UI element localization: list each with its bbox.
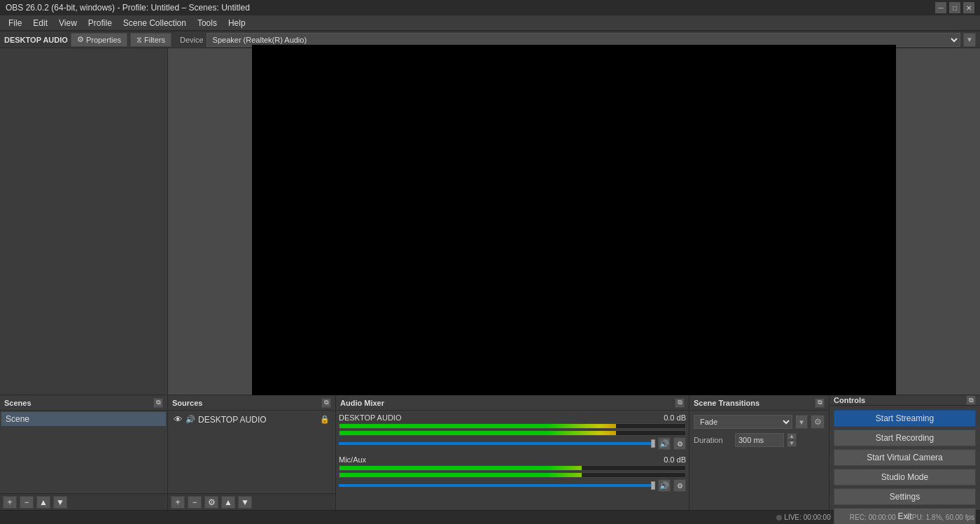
scene-transitions-header: Scene Transitions ⧉ (690, 395, 829, 411)
device-select-arrow[interactable]: ▼ (963, 33, 976, 47)
content-area (0, 48, 980, 395)
scenes-maximize-btn[interactable]: ⧉ (153, 398, 163, 408)
desktop-audio-mute-btn[interactable]: 🔊 (658, 437, 671, 450)
transition-type-row: Fade ▼ ⚙ (694, 415, 825, 429)
filters-button[interactable]: ⧖ Filters (130, 33, 172, 47)
status-live: LIVE: 00:00:00 (776, 514, 830, 521)
duration-spin-down[interactable]: ▼ (787, 440, 797, 447)
controls-panel: Controls ⧉ Start Streaming Start Recordi… (830, 395, 980, 510)
cpu-value: 1.8%, 60.00 fps (926, 514, 975, 521)
start-streaming-button[interactable]: Start Streaming (834, 410, 976, 427)
duration-input[interactable] (735, 433, 784, 447)
audio-mixer-panel: Audio Mixer ⧉ DESKTOP AUDIO 0.0 dB (336, 395, 690, 510)
filter-icon: ⧖ (136, 35, 142, 44)
bottom-panels: Scenes ⧉ Scene + − ▲ ▼ Sources ⧉ 👁 🔊 DES… (0, 395, 980, 510)
mic-fader[interactable] (339, 484, 655, 487)
live-time: 00:00:00 (804, 514, 831, 521)
properties-button[interactable]: ⚙ Properties (71, 33, 127, 47)
scenes-title: Scenes (4, 399, 31, 407)
status-rec: REC: 00:00:00 (842, 514, 896, 521)
source-item[interactable]: 👁 🔊 DESKTOP AUDIO 🔒 (169, 412, 334, 427)
scene-transitions-title: Scene Transitions (694, 399, 760, 407)
source-visible-icon[interactable]: 👁 (174, 414, 183, 425)
scenes-up-btn[interactable]: ▲ (36, 496, 50, 509)
menu-file[interactable]: File (3, 17, 27, 29)
controls-maximize-btn[interactable]: ⧉ (966, 395, 976, 405)
start-recording-button[interactable]: Start Recording (834, 430, 976, 446)
mic-name: Mic/Aux (339, 455, 366, 464)
scenes-remove-btn[interactable]: − (20, 496, 34, 509)
scenes-add-btn[interactable]: + (3, 496, 17, 509)
scenes-panel: Scenes ⧉ Scene + − ▲ ▼ (0, 395, 168, 510)
scenes-panel-header: Scenes ⧉ (0, 395, 167, 411)
settings-button[interactable]: Settings (834, 488, 976, 505)
scenes-down-btn[interactable]: ▼ (53, 496, 67, 509)
maximize-button[interactable]: □ (949, 2, 960, 13)
mic-fader-handle[interactable] (651, 481, 655, 490)
sources-list: 👁 🔊 DESKTOP AUDIO 🔒 (168, 411, 335, 493)
duration-label: Duration (694, 436, 732, 444)
desktop-audio-label: DESKTOP AUDIO (4, 36, 68, 44)
mic-meter-mask (582, 466, 685, 470)
sources-toolbar: + − ⚙ ▲ ▼ (168, 493, 335, 510)
desktop-audio-name: DESKTOP AUDIO (339, 413, 401, 422)
desktop-fader-fill (339, 442, 639, 445)
controls-content: Start Streaming Start Recording Start Vi… (830, 406, 980, 524)
menu-view[interactable]: View (53, 17, 83, 29)
menu-help[interactable]: Help (223, 17, 251, 29)
transition-duration-row: Duration ▲ ▼ (694, 433, 825, 447)
sources-down-btn[interactable]: ▼ (238, 496, 252, 509)
sources-remove-btn[interactable]: − (188, 496, 202, 509)
sources-settings-btn[interactable]: ⚙ (204, 496, 218, 509)
desktop-audio-fader[interactable] (339, 442, 655, 445)
minimize-button[interactable]: ─ (935, 2, 946, 13)
controls-title: Controls (834, 396, 865, 404)
live-label: LIVE: (784, 514, 801, 521)
mic-audio-meter (339, 465, 686, 471)
desktop-audio-fader-row: 🔊 ⚙ (339, 437, 686, 450)
desktop-audio-gear-btn[interactable]: ⚙ (673, 437, 686, 450)
cpu-label: CPU: (907, 514, 924, 521)
menu-scene-collection[interactable]: Scene Collection (118, 17, 192, 29)
sources-add-btn[interactable]: + (171, 496, 185, 509)
transition-gear-btn[interactable]: ⚙ (811, 415, 825, 429)
close-button[interactable]: ✕ (963, 2, 974, 13)
audio-mixer-maximize-btn[interactable]: ⧉ (675, 398, 685, 408)
desktop-fader-handle[interactable] (651, 439, 655, 448)
scenes-toolbar: + − ▲ ▼ (0, 493, 167, 510)
sources-up-btn[interactable]: ▲ (221, 496, 235, 509)
mic-meter2-mask (582, 473, 685, 477)
scene-transitions-maximize-btn[interactable]: ⧉ (815, 398, 825, 408)
menu-edit[interactable]: Edit (27, 17, 53, 29)
scene-transitions-panel: Scene Transitions ⧉ Fade ▼ ⚙ Duration ▲ … (690, 395, 830, 510)
center-preview (168, 48, 980, 395)
menu-profile[interactable]: Profile (83, 17, 118, 29)
title-text: OBS 26.0.2 (64-bit, windows) - Profile: … (6, 3, 250, 13)
sources-maximize-btn[interactable]: ⧉ (321, 398, 331, 408)
sources-title: Sources (172, 399, 202, 407)
desktop-audio-meter-mask (616, 424, 685, 428)
source-lock-icon[interactable]: 🔒 (320, 415, 330, 424)
mic-gear-btn[interactable]: ⚙ (673, 479, 686, 492)
desktop-audio-meter (339, 423, 686, 429)
studio-mode-button[interactable]: Studio Mode (834, 469, 976, 486)
scene-item[interactable]: Scene (1, 412, 166, 426)
menu-tools[interactable]: Tools (192, 17, 223, 29)
transitions-content: Fade ▼ ⚙ Duration ▲ ▼ (690, 411, 829, 510)
status-cpu: CPU: 1.8%, 60.00 fps (907, 514, 974, 521)
title-bar: OBS 26.0.2 (64-bit, windows) - Profile: … (0, 0, 980, 15)
desktop-audio-meter2 (339, 430, 686, 436)
transition-select-arrow[interactable]: ▼ (795, 415, 808, 429)
window-controls: ─ □ ✕ (935, 2, 974, 13)
transition-type-select[interactable]: Fade (694, 415, 792, 429)
desktop-audio-channel-header: DESKTOP AUDIO 0.0 dB (339, 413, 686, 422)
live-indicator (776, 515, 782, 521)
source-name: DESKTOP AUDIO (198, 415, 267, 425)
start-virtual-camera-button[interactable]: Start Virtual Camera (834, 449, 976, 466)
mic-mute-btn[interactable]: 🔊 (658, 479, 671, 492)
preview-canvas (252, 45, 896, 398)
duration-spin-up[interactable]: ▲ (787, 433, 797, 440)
sources-panel: Sources ⧉ 👁 🔊 DESKTOP AUDIO 🔒 + − ⚙ ▲ ▼ (168, 395, 336, 510)
controls-header: Controls ⧉ (830, 395, 980, 406)
source-audio-icon: 🔊 (186, 415, 195, 424)
